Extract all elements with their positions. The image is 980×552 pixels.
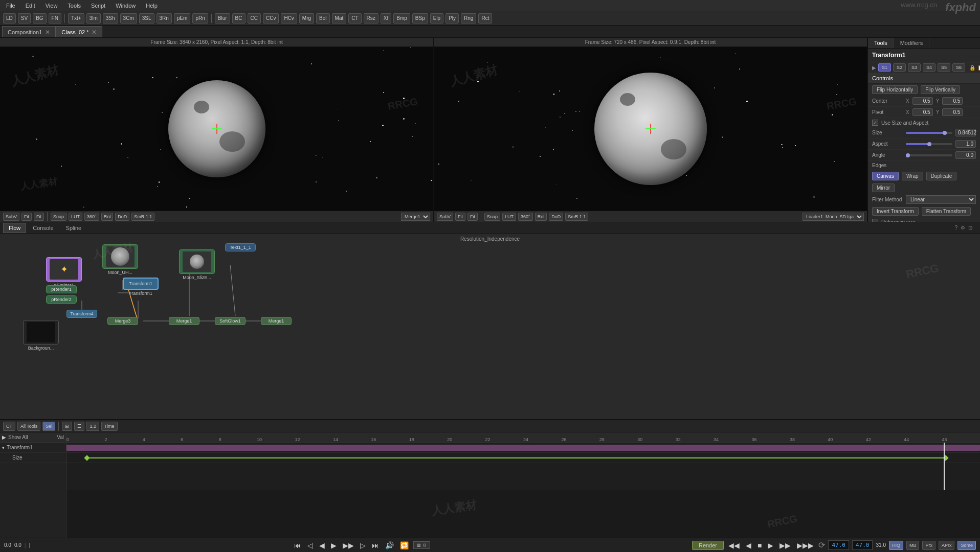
flow-settings-icon[interactable]: ⚙ [961, 225, 965, 231]
tab-class02[interactable]: Class_02 * ✕ [56, 26, 102, 37]
pivot-x-input[interactable] [912, 108, 933, 116]
viewer2-rol[interactable]: Rol [535, 213, 547, 221]
quality-some[interactable]: Some [957, 541, 976, 550]
s3-btn[interactable]: S3 [908, 63, 921, 72]
toolbar-bsp[interactable]: BSp [412, 13, 428, 24]
toolbar-cc[interactable]: CC [248, 13, 261, 24]
viewer2-dod[interactable]: DoD [549, 213, 563, 221]
tl-track-size[interactable]: Size [0, 453, 66, 463]
trans-back2[interactable]: ◀◀ [727, 541, 741, 549]
menu-tools[interactable]: Tools [65, 2, 83, 10]
angle-slider-thumb[interactable] [906, 153, 910, 157]
toolbar-fn[interactable]: FN [49, 13, 61, 24]
trans-forward[interactable]: ▶ [766, 541, 775, 549]
transport-next-key[interactable]: ▷ [359, 541, 367, 549]
node-moon-sd[interactable]: Moon_SlizE... [179, 249, 215, 280]
viewer1-canvas[interactable]: 人人素材 RRCG 人人素材 [0, 47, 433, 211]
node-transform4[interactable]: Transform4 [66, 310, 97, 318]
aspect-slider[interactable] [906, 143, 952, 145]
node-merge1-a[interactable]: Merge1 [169, 317, 199, 325]
viewer1-subv[interactable]: SubV [3, 213, 19, 221]
toolbar-3sh[interactable]: 3Sh [103, 13, 118, 24]
viewer1-smr[interactable]: SmR 1:1 [131, 213, 154, 221]
toolbar-bmp[interactable]: Bmp [393, 13, 410, 24]
transport-audio[interactable]: 🔊 [384, 541, 395, 549]
menu-edit[interactable]: Edit [24, 2, 37, 10]
tl-transform1-arrow[interactable]: ▾ [2, 445, 5, 450]
size-slider-thumb[interactable] [943, 131, 947, 135]
tl-list-btn[interactable]: ☰ [74, 422, 84, 431]
tab-class02-close[interactable]: ✕ [92, 29, 97, 36]
viewer2-360[interactable]: 360° [518, 213, 533, 221]
tl-expand-icon[interactable]: ▶ [2, 434, 6, 440]
toolbar-elp[interactable]: Elp [430, 13, 443, 24]
s5-btn[interactable]: S5 [938, 63, 950, 72]
viewer2-snap[interactable]: Snap [484, 213, 500, 221]
transport-prev-frame[interactable]: ◀ [318, 541, 326, 549]
center-x-input[interactable] [912, 97, 933, 105]
trans-stop[interactable]: ■ [756, 541, 763, 549]
toolbar-bc[interactable]: BC [232, 13, 246, 24]
menu-script[interactable]: Script [89, 2, 107, 10]
toolbar-mat[interactable]: Mat [332, 13, 347, 24]
viewer1-dod[interactable]: DoD [115, 213, 129, 221]
node-pemitter1[interactable]: ✦ pEmitter1 [46, 257, 82, 288]
viewer1-rol[interactable]: Rol [101, 213, 114, 221]
toolbar-3rn[interactable]: 3Rn [157, 13, 172, 24]
trans-forward2[interactable]: ▶▶ [778, 541, 792, 549]
trans-forward3[interactable]: ▶▶▶ [795, 541, 815, 549]
viewer1-node-select[interactable]: Merge1 [401, 213, 430, 221]
toolbar-3cm[interactable]: 3Cm [120, 13, 137, 24]
s4-btn[interactable]: S4 [923, 63, 936, 72]
flow-tab-console[interactable]: Console [27, 223, 59, 233]
trans-back[interactable]: ◀ [744, 541, 753, 549]
flow-tab-flow[interactable]: Flow [3, 223, 26, 233]
flip-h-btn[interactable]: Flip Horizontally [872, 85, 918, 94]
toolbar-hcv[interactable]: HCv [281, 13, 297, 24]
tl-ct-btn[interactable]: CT [3, 422, 15, 431]
transport-next-frame[interactable]: ▶▶ [341, 541, 355, 549]
viewer2-fit1[interactable]: Fit [455, 213, 465, 221]
filter-select[interactable]: Linear [906, 195, 976, 204]
toolbar-rct[interactable]: Rct [478, 13, 492, 24]
rpanel-tab-modifiers[interactable]: Modifiers [894, 38, 930, 48]
toolbar-mrg[interactable]: Mrg [299, 13, 314, 24]
viewer1-fit2[interactable]: Fit [34, 213, 44, 221]
s2-btn[interactable]: S2 [893, 63, 906, 72]
playhead[interactable] [944, 443, 945, 490]
menu-help[interactable]: Help [144, 2, 160, 10]
quality-mb[interactable]: MB [906, 541, 920, 550]
toolbar-txt[interactable]: Txt+ [68, 13, 84, 24]
tl-time-btn[interactable]: Time [101, 422, 118, 431]
toolbar-sv[interactable]: SV [18, 13, 31, 24]
invert-transform-btn[interactable]: Invert Transform [872, 207, 919, 216]
toolbar-ct[interactable]: CT [348, 13, 361, 24]
quality-hiq[interactable]: HIQ [889, 541, 903, 550]
toolbar-ply[interactable]: Ply [446, 13, 459, 24]
tl-track-transform1[interactable]: ▾ Transform1 [0, 443, 66, 453]
menu-file[interactable]: File [4, 2, 17, 10]
menu-window[interactable]: Window [114, 2, 138, 10]
edges-canvas-btn[interactable]: Canvas [872, 172, 899, 180]
node-prender1[interactable]: pRender1 [46, 285, 77, 293]
transport-play[interactable]: ▶ [329, 541, 338, 549]
viewer1-snap[interactable]: Snap [51, 213, 66, 221]
node-merge1-b[interactable]: Merge1 [261, 317, 292, 325]
timeline-tracks[interactable] [66, 443, 980, 490]
quality-aprx[interactable]: APrx [939, 541, 955, 550]
menu-view[interactable]: View [43, 2, 60, 10]
flow-help-icon[interactable]: ? [954, 225, 957, 231]
toolbar-prn[interactable]: pRn [192, 13, 208, 24]
transport-to-end[interactable]: ⏭ [370, 541, 381, 549]
node-transform1[interactable]: Transform1 Transform1 [123, 278, 159, 296]
s6-btn[interactable]: S6 [952, 63, 965, 72]
toolbar-rsz[interactable]: Rsz [364, 13, 378, 24]
flow-canvas[interactable]: Resolution_Independence [0, 234, 980, 419]
viewer2-lut[interactable]: LUT [502, 213, 516, 221]
node-text111[interactable]: Text1_1_1 [225, 243, 256, 251]
quality-prx[interactable]: Prx [922, 541, 936, 550]
tab-composition1[interactable]: Composition1 ✕ [2, 26, 56, 37]
center-y-input[interactable] [942, 97, 963, 105]
viewer2-fit2[interactable]: Fit [467, 213, 478, 221]
tl-icons-btn[interactable]: ⊞ [62, 422, 72, 431]
